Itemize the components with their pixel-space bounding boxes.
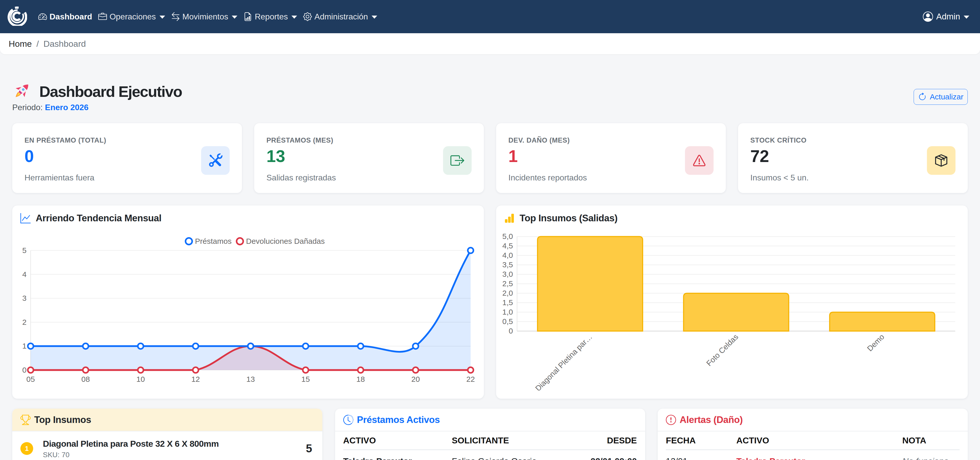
svg-text:Demo: Demo xyxy=(865,332,886,353)
svg-text:5: 5 xyxy=(22,246,27,254)
svg-text:2,0: 2,0 xyxy=(502,289,513,297)
svg-text:1: 1 xyxy=(22,342,27,350)
svg-text:Foto Celdas: Foto Celdas xyxy=(705,332,740,368)
svg-text:10: 10 xyxy=(136,375,145,383)
svg-text:08: 08 xyxy=(81,375,90,383)
svg-text:4,5: 4,5 xyxy=(502,241,513,250)
svg-text:1,5: 1,5 xyxy=(502,298,513,307)
svg-text:1,0: 1,0 xyxy=(502,308,513,316)
svg-text:13: 13 xyxy=(246,375,255,383)
svg-text:20: 20 xyxy=(411,375,420,383)
svg-text:4: 4 xyxy=(22,270,27,279)
svg-text:22: 22 xyxy=(466,375,475,383)
svg-text:0,5: 0,5 xyxy=(502,317,513,326)
svg-text:0: 0 xyxy=(22,366,27,374)
svg-text:Diagonal Pletina par…: Diagonal Pletina par… xyxy=(534,332,594,390)
svg-text:12: 12 xyxy=(191,375,200,383)
svg-text:4,0: 4,0 xyxy=(502,251,513,259)
svg-text:05: 05 xyxy=(26,375,35,383)
svg-text:Préstamos: Préstamos xyxy=(195,237,231,245)
svg-text:2: 2 xyxy=(22,318,27,326)
svg-text:15: 15 xyxy=(301,375,310,383)
svg-text:3,0: 3,0 xyxy=(502,270,513,278)
svg-text:0: 0 xyxy=(509,327,513,335)
svg-text:3,5: 3,5 xyxy=(502,260,513,269)
svg-text:3: 3 xyxy=(22,294,27,302)
svg-text:Devoluciones Dañadas: Devoluciones Dañadas xyxy=(246,237,325,245)
svg-text:2,5: 2,5 xyxy=(502,280,513,288)
svg-text:5,0: 5,0 xyxy=(502,232,513,241)
svg-text:18: 18 xyxy=(356,375,365,383)
